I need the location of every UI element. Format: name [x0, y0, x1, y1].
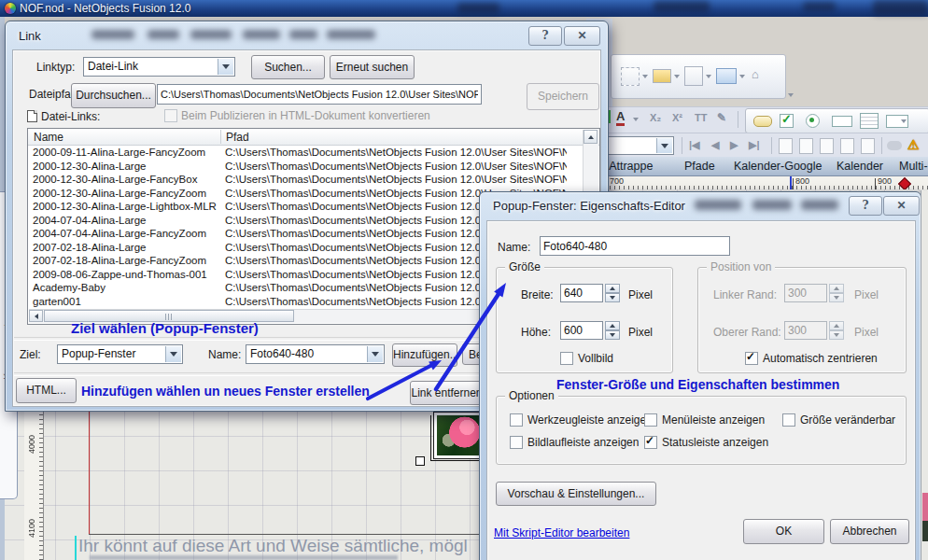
hinzufuegen-button[interactable]: Hinzufügen... — [392, 343, 457, 367]
form-combobox-icon[interactable] — [886, 115, 908, 128]
hoehe-spinner[interactable] — [605, 321, 620, 340]
vollbild-checkbox[interactable] — [560, 352, 573, 365]
zentrieren-label: Automatisch zentrieren — [763, 352, 878, 365]
next-page-icon[interactable]: ▶ — [730, 139, 738, 151]
close-button[interactable]: ✕ — [883, 196, 920, 216]
werkzeugleiste-checkbox[interactable] — [510, 413, 523, 427]
page-action-icon[interactable] — [861, 138, 875, 154]
folder-icon[interactable] — [653, 69, 671, 83]
warning-icon[interactable]: ⚠ — [907, 137, 920, 152]
tab-multi[interactable]: Multi- — [899, 160, 928, 173]
page-action-icon[interactable] — [840, 138, 854, 154]
publish-icon[interactable] — [887, 141, 902, 150]
dateipfad-input[interactable] — [157, 84, 482, 105]
zentrieren-checkbox[interactable]: ✓ — [745, 352, 758, 365]
smallcaps-icon[interactable]: TT — [695, 112, 707, 123]
close-button[interactable]: ✕ — [564, 26, 600, 46]
erneut-suchen-button[interactable]: Erneut suchen — [330, 55, 415, 79]
first-page-icon[interactable]: |◀ — [689, 139, 700, 151]
form-checkbox-icon[interactable]: ✓ — [780, 114, 794, 128]
font-color-icon[interactable]: A — [616, 110, 625, 126]
window-title: NOF.nod - NetObjects Fusion 12.0 — [20, 2, 190, 15]
column-name[interactable]: Name — [34, 131, 63, 144]
chevron-down-icon[interactable] — [367, 346, 383, 362]
table-row[interactable]: 2000-09-11-Alina-Large-FancyZoomC:\Users… — [29, 147, 567, 161]
column-pfad[interactable]: Pfad — [226, 131, 249, 144]
spin-down-icon[interactable] — [829, 293, 844, 302]
spin-up-icon[interactable] — [605, 284, 620, 293]
file-name: Academy-Baby — [33, 282, 105, 293]
form-textarea-icon[interactable] — [860, 113, 879, 129]
table-row[interactable]: 2000-12-30-Alina-Large-FancyBoxC:\Users\… — [29, 174, 567, 188]
hoehe-input[interactable] — [560, 321, 603, 340]
toolbar-overflow-icon[interactable] — [788, 93, 794, 97]
fenster-name-combobox[interactable]: Foto640-480 — [246, 344, 385, 364]
page-action-icon[interactable] — [779, 138, 793, 154]
chevron-down-icon[interactable] — [674, 75, 680, 78]
select-frame-icon[interactable] — [621, 67, 640, 86]
tab-kalender[interactable]: Kalender — [837, 160, 883, 173]
table-row[interactable]: 2000-12-30-Alina-LargeC:\Users\Thomas\Do… — [29, 161, 567, 175]
superscript-icon[interactable]: X² — [672, 112, 682, 123]
linker-rand-input[interactable] — [784, 284, 827, 302]
chevron-down-icon[interactable] — [642, 75, 648, 78]
scroll-up-icon[interactable] — [584, 130, 598, 144]
speichern-button[interactable]: Speichern — [527, 83, 599, 110]
fenster-name-label: Name: — [208, 348, 241, 361]
spin-down-icon[interactable] — [829, 330, 844, 340]
pen-icon[interactable]: ✎ — [717, 111, 726, 124]
ziel-combobox[interactable]: Popup-Fenster — [57, 344, 183, 364]
abbrechen-button[interactable]: Abbrechen — [830, 519, 909, 544]
menueleiste-checkbox[interactable] — [644, 413, 657, 427]
chevron-down-icon[interactable] — [656, 138, 672, 153]
chevron-down-icon[interactable] — [739, 75, 745, 78]
image-object[interactable] — [433, 412, 483, 459]
spin-up-icon[interactable] — [605, 321, 620, 330]
breite-input[interactable] — [560, 284, 603, 302]
subscript-icon[interactable]: X₂ — [650, 112, 661, 123]
chevron-down-icon[interactable] — [706, 75, 711, 78]
linker-rand-spinner[interactable] — [829, 284, 844, 302]
skript-editor-link[interactable]: Mit Skript-Editor bearbeiten — [494, 526, 629, 539]
help-button[interactable]: ? — [849, 196, 882, 216]
last-page-icon[interactable]: ▶| — [749, 139, 760, 151]
scroll-left-icon[interactable] — [29, 310, 43, 322]
vorschau-button[interactable]: Vorschau & Einstellungen... — [496, 482, 656, 506]
linktyp-combobox[interactable]: Datei-Link — [83, 57, 235, 77]
spin-up-icon[interactable] — [829, 321, 844, 330]
spin-down-icon[interactable] — [605, 330, 620, 340]
form-radio-icon[interactable] — [806, 114, 820, 128]
cart-icon[interactable]: ⌂ — [752, 67, 759, 81]
chevron-down-icon[interactable] — [633, 118, 639, 121]
konvertieren-checkbox[interactable] — [164, 109, 177, 122]
tab-pfade[interactable]: Pfade — [684, 160, 715, 173]
selection-handle[interactable] — [415, 456, 425, 466]
link-entfernen-button[interactable]: Link entfernen — [410, 381, 484, 405]
form-textfield-icon[interactable] — [832, 116, 852, 127]
statusleiste-checkbox[interactable]: ✓ — [644, 436, 657, 449]
html-button[interactable]: HTML... — [16, 378, 77, 403]
bildlaufleiste-checkbox[interactable] — [510, 436, 523, 449]
tab-kalender-google[interactable]: Kalender-Google — [734, 160, 823, 173]
prev-page-icon[interactable]: ◀ — [711, 139, 719, 151]
name-input[interactable] — [540, 236, 730, 256]
page-action-icon[interactable] — [820, 138, 834, 154]
ok-button[interactable]: OK — [743, 519, 824, 544]
page-action-icon[interactable] — [799, 138, 813, 154]
column-separator[interactable] — [220, 130, 221, 144]
spin-up-icon[interactable] — [829, 284, 844, 293]
help-button[interactable]: ? — [528, 26, 562, 46]
spin-down-icon[interactable] — [605, 293, 620, 302]
suchen-button[interactable]: Suchen... — [251, 55, 325, 79]
chevron-down-icon[interactable] — [165, 346, 181, 362]
rectangle-tool-icon[interactable] — [716, 68, 737, 84]
oberer-rand-input[interactable] — [784, 321, 827, 340]
chevron-down-icon[interactable] — [218, 59, 233, 75]
file-name: 2004-07-04-Alina-Large — [33, 215, 146, 226]
form-button-icon[interactable] — [753, 116, 772, 127]
form-tool-icon[interactable] — [684, 66, 703, 86]
groesse-veraenderbar-checkbox[interactable] — [782, 413, 795, 427]
oberer-rand-spinner[interactable] — [829, 321, 844, 340]
breite-spinner[interactable] — [605, 284, 620, 302]
durchsuchen-button[interactable]: Durchsuchen... — [71, 83, 156, 108]
